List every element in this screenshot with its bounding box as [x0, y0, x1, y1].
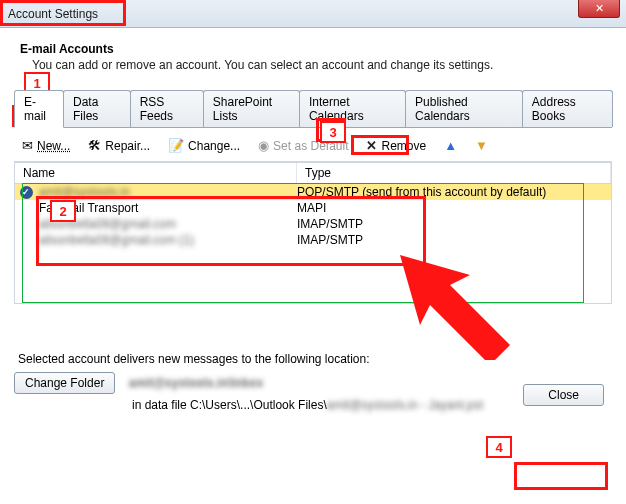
tab-internet-calendars[interactable]: Internet Calendars — [299, 90, 406, 127]
account-row[interactable]: alisonbella08@gmail.com (1) IMAP/SMTP — [15, 232, 611, 248]
move-up-button[interactable]: ▲ — [440, 136, 461, 155]
account-list-header: Name Type — [14, 162, 612, 184]
tab-sharepoint-lists[interactable]: SharePoint Lists — [203, 90, 300, 127]
repair-icon: 🛠 — [88, 138, 101, 153]
close-button[interactable]: Close — [523, 384, 604, 406]
account-type: IMAP/SMTP — [297, 233, 611, 247]
account-list[interactable]: ✓ amit@systools.in POP/SMTP (send from t… — [14, 184, 612, 304]
move-down-button[interactable]: ▼ — [471, 136, 492, 155]
dialog-content: E-mail Accounts You can add or remove an… — [0, 28, 626, 422]
arrow-up-icon: ▲ — [444, 138, 457, 153]
window-close-button[interactable]: ✕ — [578, 0, 620, 18]
account-type: MAPI — [297, 201, 611, 215]
change-icon: 📝 — [168, 138, 184, 153]
arrow-down-icon: ▼ — [475, 138, 488, 153]
account-type: POP/SMTP (send from this account by defa… — [297, 185, 611, 199]
remove-icon: ✕ — [366, 138, 377, 153]
data-file-prefix: in data file C:\Users\...\Outlook Files\ — [132, 398, 327, 412]
account-name: amit@systools.in — [39, 185, 130, 199]
remove-button[interactable]: ✕ Remove — [362, 136, 430, 155]
set-default-button[interactable]: ◉ Set as Default — [254, 136, 352, 155]
close-icon: ✕ — [595, 2, 604, 15]
account-type: IMAP/SMTP — [297, 217, 611, 231]
account-name: alisonbella08@gmail.com — [39, 217, 176, 231]
account-name: alisonbella08@gmail.com (1) — [39, 233, 194, 247]
section-heading: E-mail Accounts — [20, 42, 612, 56]
column-name[interactable]: Name — [15, 163, 297, 183]
change-button[interactable]: 📝 Change... — [164, 136, 244, 155]
account-row[interactable]: ✓ amit@systools.in POP/SMTP (send from t… — [15, 184, 611, 200]
column-type[interactable]: Type — [297, 163, 611, 183]
delivery-folder-path: amit@systools.in\Inbox — [129, 376, 263, 390]
new-button[interactable]: ✉ New... — [18, 136, 74, 155]
new-icon: ✉ — [22, 138, 33, 153]
tab-email[interactable]: E-mail — [14, 90, 64, 128]
toolbar: ✉ New... 🛠 Repair... 📝 Change... ◉ Set a… — [14, 130, 612, 162]
tab-data-files[interactable]: Data Files — [63, 90, 131, 127]
change-folder-button[interactable]: Change Folder — [14, 372, 115, 394]
annotation-box — [514, 462, 608, 490]
account-row[interactable]: Fax Mail Transport MAPI — [15, 200, 611, 216]
title-bar: Account Settings ✕ — [0, 0, 626, 28]
tab-address-books[interactable]: Address Books — [522, 90, 613, 127]
account-row[interactable]: alisonbella08@gmail.com IMAP/SMTP — [15, 216, 611, 232]
repair-button[interactable]: 🛠 Repair... — [84, 136, 154, 155]
set-default-icon: ◉ — [258, 138, 269, 153]
default-account-icon: ✓ — [20, 186, 33, 199]
tab-rss-feeds[interactable]: RSS Feeds — [130, 90, 204, 127]
window-title: Account Settings — [8, 7, 98, 21]
account-name: Fax Mail Transport — [37, 201, 297, 215]
annotation-number-4: 4 — [486, 436, 512, 458]
tab-published-calendars[interactable]: Published Calendars — [405, 90, 523, 127]
section-subheading: You can add or remove an account. You ca… — [32, 58, 612, 72]
delivery-caption: Selected account delivers new messages t… — [18, 352, 612, 366]
data-file-name: amit@systools.in - Jayant.pst — [327, 398, 483, 412]
tab-strip: E-mail Data Files RSS Feeds SharePoint L… — [14, 90, 612, 128]
